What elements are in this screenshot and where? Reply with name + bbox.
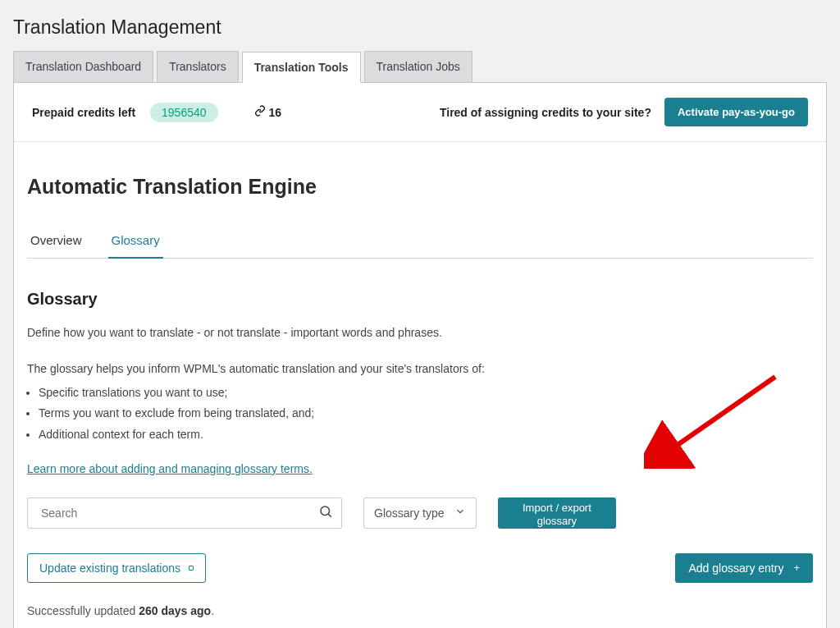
update-translations-button[interactable]: Update existing translations — [27, 553, 206, 583]
link-icon — [254, 105, 266, 119]
subtab-glossary[interactable]: Glossary — [108, 228, 163, 259]
import-export-button[interactable]: Import / export glossary — [498, 497, 616, 529]
add-btn-label: Add glossary entry — [688, 562, 783, 575]
updated-suffix: . — [211, 604, 214, 617]
glossary-controls: Glossary type Import / export glossary — [27, 497, 813, 529]
footer-row: Update existing translations Add glossar… — [27, 553, 813, 583]
tab-translation-tools[interactable]: Translation Tools — [242, 52, 361, 83]
search-input[interactable] — [39, 506, 318, 520]
learn-more-link[interactable]: Learn more about adding and managing glo… — [27, 462, 313, 475]
glossary-heading: Glossary — [27, 290, 813, 309]
section-title: Automatic Translation Engine — [27, 175, 813, 199]
search-icon[interactable] — [318, 504, 333, 522]
page-title: Translation Management — [0, 0, 840, 51]
glossary-help: The glossary helps you inform WPML's aut… — [27, 360, 813, 443]
updated-prefix: Successfully updated — [27, 604, 139, 617]
svg-line-1 — [328, 514, 331, 516]
link-count-value: 16 — [269, 106, 282, 119]
import-btn-line1: Import / export — [523, 502, 591, 514]
svg-point-0 — [321, 507, 330, 516]
linked-sites-count[interactable]: 16 — [254, 105, 282, 119]
updated-value: 260 days ago — [139, 604, 211, 617]
credits-label: Prepaid credits left — [32, 106, 135, 119]
glossary-bullet: Terms you want to exclude from being tra… — [39, 404, 813, 422]
glossary-help-intro: The glossary helps you inform WPML's aut… — [27, 362, 485, 375]
credits-question-text: Tired of assigning credits to your site? — [440, 106, 651, 119]
add-glossary-entry-button[interactable]: Add glossary entry + — [675, 553, 813, 583]
plus-icon: + — [793, 562, 800, 574]
credits-bar: Prepaid credits left 1956540 16 Tired of… — [14, 83, 826, 142]
main-panel: Prepaid credits left 1956540 16 Tired of… — [13, 82, 827, 628]
square-icon — [189, 566, 194, 571]
glossary-type-select[interactable]: Glossary type — [363, 497, 477, 529]
import-btn-line2: glossary — [537, 515, 577, 527]
search-wrap — [27, 497, 342, 529]
tab-translation-dashboard[interactable]: Translation Dashboard — [13, 51, 153, 82]
chevron-down-icon — [454, 506, 466, 520]
subtab-overview[interactable]: Overview — [27, 228, 85, 258]
activate-payg-button[interactable]: Activate pay-as-you-go — [664, 98, 808, 126]
engine-subtabs: Overview Glossary — [27, 228, 813, 259]
tab-translators[interactable]: Translators — [157, 51, 239, 82]
glossary-type-label: Glossary type — [374, 507, 445, 520]
updated-status: Successfully updated 260 days ago. — [27, 604, 813, 617]
glossary-intro: Define how you want to translate - or no… — [27, 323, 813, 342]
update-btn-label: Update existing translations — [39, 562, 180, 575]
glossary-bullet: Additional context for each term. — [39, 425, 813, 443]
content-area: Automatic Translation Engine Overview Gl… — [14, 142, 826, 628]
tab-translation-jobs[interactable]: Translation Jobs — [364, 51, 472, 82]
main-tabs: Translation Dashboard Translators Transl… — [0, 51, 840, 82]
credits-value-pill: 1956540 — [150, 103, 218, 122]
glossary-bullet: Specific translations you want to use; — [39, 383, 813, 401]
